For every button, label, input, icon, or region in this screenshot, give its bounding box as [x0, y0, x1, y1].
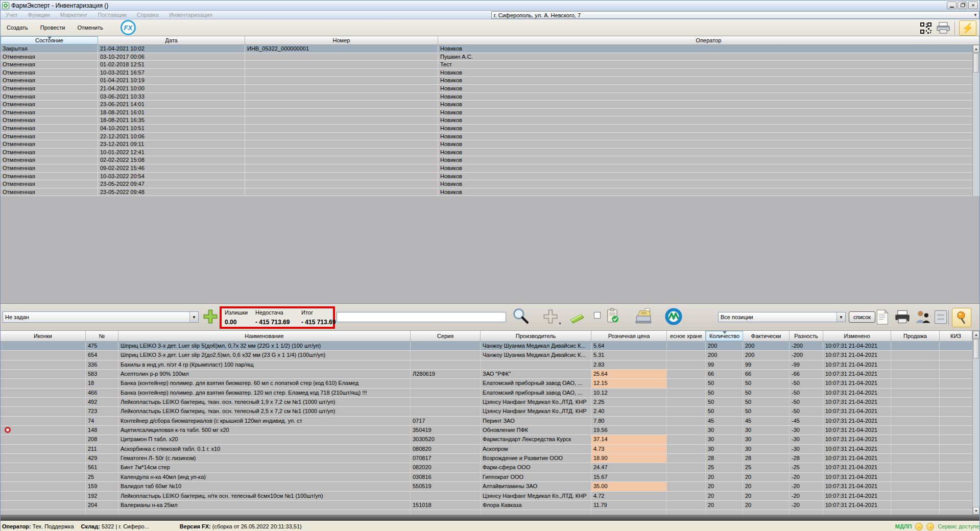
col-header-date[interactable]: Дата: [98, 36, 245, 44]
position-row[interactable]: 192 Лейкопластырь LEIKO бактериц. н/тк о…: [1, 492, 979, 501]
col-header-kiz[interactable]: КИЗ: [940, 331, 972, 341]
col-header-num[interactable]: №: [86, 331, 118, 341]
minimize-button[interactable]: [947, 2, 957, 9]
qr-code-button[interactable]: [920, 22, 932, 34]
maximize-button[interactable]: [958, 2, 967, 9]
position-row[interactable]: 723 Лейкопластырь LEIKO бактериц. ткан. …: [1, 407, 979, 416]
print-positions-button[interactable]: [894, 310, 911, 325]
create-button[interactable]: Создать: [1, 22, 34, 33]
col-header-storage[interactable]: есное хране: [667, 331, 706, 341]
print-button[interactable]: [936, 22, 950, 34]
document-row[interactable]: Отмененная 01-04-2021 10:19 Новиков: [1, 77, 979, 85]
document-row[interactable]: Отмененная 23-05-2022 09:47 Новиков: [1, 180, 979, 188]
col-header-retail-price[interactable]: Розничная цена: [591, 331, 667, 341]
position-row[interactable]: 654 Шприц LEIKO 3-х дет. Luer slip 2(до2…: [1, 351, 979, 360]
add-position-button[interactable]: ▼: [543, 308, 562, 326]
document-row[interactable]: Отмененная 03-10-2017 00:06 Пушкин А.С.: [1, 53, 979, 61]
col-header-series[interactable]: Серия: [411, 331, 481, 341]
position-row[interactable]: [1, 510, 979, 515]
search-button[interactable]: [512, 307, 530, 326]
position-row[interactable]: 148 Ацетилсалициловая к-та табл. 500 мг …: [1, 426, 979, 435]
report-button[interactable]: [876, 309, 889, 326]
col-header-number[interactable]: Номер: [245, 36, 438, 44]
mdlp-outgoing-icon[interactable]: →: [926, 523, 934, 530]
document-row[interactable]: Отмененная 10-03-2022 20:54 Новиков: [1, 173, 979, 181]
col-header-difference[interactable]: Разность: [790, 331, 823, 341]
scroll-up-icon[interactable]: ▲: [973, 45, 979, 53]
users-button[interactable]: [915, 310, 931, 325]
document-row[interactable]: Отмененная 21-04-2021 10:00 Новиков: [1, 85, 979, 93]
menu-postavshchik[interactable]: Поставщик: [92, 12, 131, 18]
position-row[interactable]: 208 Цитрамон П табл. х20 3030520 Фармста…: [1, 435, 979, 444]
archive-button[interactable]: [933, 309, 948, 326]
pin-button[interactable]: [952, 308, 971, 327]
positions-filter-combo[interactable]: Все позиции ▼: [718, 312, 846, 322]
col-header-state[interactable]: Состояние: [1, 36, 98, 44]
document-row[interactable]: Отмененная 09-02-2022 15:46 Новиков: [1, 164, 979, 173]
col-header-sale[interactable]: Продажа: [891, 331, 940, 341]
documents-scrollbar[interactable]: ▲: [972, 45, 979, 196]
scroll-up-icon[interactable]: ▲: [973, 331, 979, 339]
document-row[interactable]: Отмененная 23-05-2022 09:48 Новиков: [1, 188, 979, 196]
positions-scrollbar[interactable]: ▲ ▼: [972, 331, 979, 515]
menu-inventarizaciya[interactable]: Инвентаризация: [164, 12, 218, 18]
position-row[interactable]: 561 Бинт 7м*14см стер 082020 Фарм-сфера …: [1, 463, 979, 472]
menu-marketing[interactable]: Маркетинг: [55, 12, 92, 18]
document-row[interactable]: Отмененная 23-06-2021 14:01 Новиков: [1, 101, 979, 109]
position-row[interactable]: 18 Банка (контейнер) полимер. для взятия…: [1, 379, 979, 388]
document-row[interactable]: Отмененная 10-01-2022 12:41 Новиков: [1, 149, 979, 157]
position-row[interactable]: 74 Контейнер д/сбора биоматериалов (с кр…: [1, 417, 979, 426]
list-button[interactable]: список: [849, 311, 875, 323]
cell-storage: [667, 426, 706, 435]
document-row[interactable]: Отмененная 22-12-2021 10:06 Новиков: [1, 133, 979, 141]
document-row[interactable]: Отмененная 18-08-2021 16:01 Новиков: [1, 109, 979, 117]
position-row[interactable]: 475 Шприц LEIKO 3-х дет. Luer slip 5(до6…: [1, 342, 979, 351]
position-row[interactable]: 211 Аскорбинка с глюкозой табл. 0.1 г. х…: [1, 445, 979, 454]
col-header-operator[interactable]: Оператор: [438, 36, 979, 44]
document-row[interactable]: Отмененная 04-10-2021 10:51 Новиков: [1, 125, 979, 133]
position-row[interactable]: 492 Лейкопластырь LEIKO бактериц. ткан. …: [1, 398, 979, 407]
menu-spravka[interactable]: Справка: [132, 12, 164, 18]
col-header-changed[interactable]: Изменено: [823, 331, 891, 341]
col-header-icons[interactable]: Иконки: [1, 331, 86, 341]
position-row[interactable]: 583 Асептолин р-р 90% 100мл Л280619 ЗАО …: [1, 370, 979, 379]
position-row[interactable]: 336 Бахилы в инд.уп. п/эт 4 гр (Крымплас…: [1, 360, 979, 370]
add-button[interactable]: [203, 308, 218, 326]
cash-register-button[interactable]: [634, 308, 653, 325]
document-row[interactable]: Отмененная 10-03-2021 16:57 Новиков: [1, 69, 979, 77]
position-row[interactable]: 429 Гематоген Л- 50г (с лизином) 070817 …: [1, 454, 979, 463]
post-button[interactable]: Провести: [34, 22, 71, 33]
quick-actions-button[interactable]: ⚡: [959, 20, 976, 36]
verify-list-button[interactable]: [606, 308, 619, 324]
cell-num: 25: [86, 473, 118, 481]
position-row[interactable]: 204 Валерианы н-ка 25мл 151018 Флора Кав…: [1, 501, 979, 510]
document-row[interactable]: Отмененная 01-02-2018 12:51 Тест: [1, 61, 979, 69]
document-row[interactable]: Отмененная 02-02-2022 15:08 Новиков: [1, 156, 979, 164]
filter-combo[interactable]: Не задан ▼: [3, 311, 199, 323]
close-button[interactable]: ×: [968, 2, 978, 9]
mdlp-incoming-icon[interactable]: ←: [915, 523, 923, 530]
col-header-manufacturer[interactable]: Производитель: [481, 331, 591, 341]
mdlp-monitor-button[interactable]: [664, 307, 683, 327]
scrollbar-thumb[interactable]: [973, 53, 979, 73]
menu-funkcii[interactable]: Функции: [23, 12, 55, 18]
document-row[interactable]: Отмененная 18-08-2021 16:35 Новиков: [1, 116, 979, 125]
document-row[interactable]: Отмененная 03-06-2021 10:33 Новиков: [1, 93, 979, 101]
document-row[interactable]: Отмененная 23-12-2021 09:11 Новиков: [1, 140, 979, 149]
pharmacy-address-combo[interactable]: г. Сиферополь, ул. А. Невского, 7 ▼: [491, 11, 979, 19]
select-checkbox[interactable]: [594, 312, 601, 320]
position-row[interactable]: 466 Банка (контейнер) полимер. для взяти…: [1, 389, 979, 398]
col-header-name[interactable]: Наименование: [118, 331, 411, 341]
cell-state: Отмененная: [1, 109, 98, 116]
scroll-down-icon[interactable]: ▼: [973, 507, 979, 515]
position-row[interactable]: 159 Валидол таб 60мг №10 550519 Алтайвит…: [1, 482, 979, 491]
menu-uchet[interactable]: Учет: [1, 12, 23, 18]
scrollbar-thumb[interactable]: [973, 339, 979, 358]
col-header-quantity[interactable]: Количество: [706, 331, 743, 341]
document-row[interactable]: Закрытая 21-04-2021 10:02 ИНВ_05322_0000…: [1, 45, 979, 53]
col-header-actual[interactable]: Фактически: [743, 331, 790, 341]
erase-button[interactable]: [568, 310, 586, 325]
search-input[interactable]: [337, 312, 506, 322]
cancel-button[interactable]: Отменить: [71, 22, 109, 33]
position-row[interactable]: 25 Календула н-ка 40мл (инд уп-ка) 03081…: [1, 473, 979, 482]
